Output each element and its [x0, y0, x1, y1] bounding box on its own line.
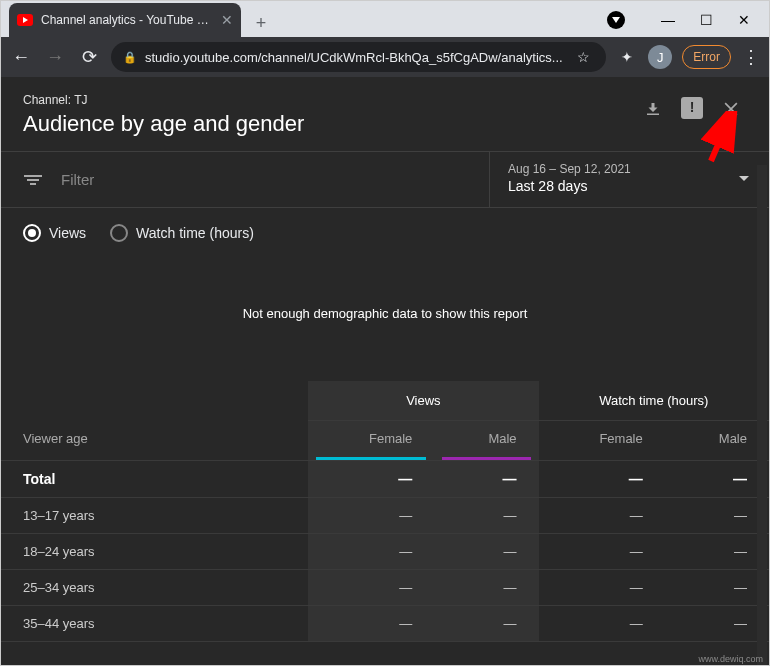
minimize-icon[interactable]: —	[661, 13, 675, 27]
col-views-female[interactable]: Female	[308, 421, 434, 461]
filter-row: Filter Aug 16 – Sep 12, 2021 Last 28 day…	[1, 152, 769, 208]
table-row: 35–44 years————	[1, 606, 769, 642]
col-viewer-age[interactable]: Viewer age	[1, 421, 308, 461]
radio-unchecked-icon	[110, 224, 128, 242]
back-icon[interactable]: ←	[9, 47, 33, 68]
browser-tab[interactable]: Channel analytics - YouTube Stud ✕	[9, 3, 241, 37]
total-label: Total	[1, 461, 308, 498]
table-row: 13–17 years————	[1, 498, 769, 534]
table-row: 25–34 years————	[1, 570, 769, 606]
window-controls: — ☐ ✕	[607, 3, 769, 37]
col-watch-female[interactable]: Female	[539, 421, 665, 461]
metric-selector: Views Watch time (hours)	[1, 208, 769, 242]
filter-input[interactable]: Filter	[1, 152, 489, 207]
metric-views-label: Views	[49, 225, 86, 241]
table-row: 18–24 years————	[1, 534, 769, 570]
col-watch-male[interactable]: Male	[665, 421, 769, 461]
scrollbar[interactable]	[757, 165, 767, 666]
error-badge[interactable]: Error	[682, 45, 731, 69]
watermark: www.dewiq.com	[698, 654, 763, 664]
metric-views-radio[interactable]: Views	[23, 224, 86, 242]
feedback-icon[interactable]	[681, 97, 703, 119]
filter-placeholder: Filter	[61, 171, 94, 188]
metric-watch-radio[interactable]: Watch time (hours)	[110, 224, 254, 242]
date-range-label: Last 28 days	[508, 178, 751, 194]
filter-icon	[23, 173, 43, 187]
views-group-header: Views	[308, 381, 538, 421]
bookmark-star-icon[interactable]: ☆	[572, 49, 594, 65]
watch-group-header: Watch time (hours)	[539, 381, 769, 421]
reload-icon[interactable]: ⟳	[77, 46, 101, 68]
close-panel-icon[interactable]	[715, 93, 747, 125]
col-views-male[interactable]: Male	[434, 421, 538, 461]
new-tab-button[interactable]: +	[247, 9, 275, 37]
browser-toolbar: ← → ⟳ 🔒 studio.youtube.com/channel/UCdkW…	[1, 37, 769, 77]
tab-strip: Channel analytics - YouTube Stud ✕ + — ☐…	[1, 1, 769, 37]
url-text: studio.youtube.com/channel/UCdkWmRcl-Bkh…	[145, 50, 564, 65]
radio-checked-icon	[23, 224, 41, 242]
tab-close-icon[interactable]: ✕	[221, 12, 233, 28]
metric-watch-label: Watch time (hours)	[136, 225, 254, 241]
lock-icon: 🔒	[123, 51, 137, 64]
download-icon[interactable]	[637, 93, 669, 125]
page-header: Channel: TJ Audience by age and gender	[1, 77, 769, 152]
maximize-icon[interactable]: ☐	[699, 13, 713, 27]
chevron-down-icon	[739, 176, 749, 181]
close-window-icon[interactable]: ✕	[737, 13, 751, 27]
table-row-total: Total — — — —	[1, 461, 769, 498]
address-bar[interactable]: 🔒 studio.youtube.com/channel/UCdkWmRcl-B…	[111, 42, 606, 72]
forward-icon[interactable]: →	[43, 47, 67, 68]
extensions-icon[interactable]: ✦	[616, 49, 638, 65]
shield-icon[interactable]	[607, 11, 625, 29]
browser-menu-icon[interactable]: ⋮	[741, 46, 761, 68]
youtube-favicon-icon	[17, 14, 33, 26]
date-range-text: Aug 16 – Sep 12, 2021	[508, 162, 751, 176]
no-data-message: Not enough demographic data to show this…	[1, 242, 769, 381]
channel-label: Channel: TJ	[23, 93, 625, 107]
page-title: Audience by age and gender	[23, 111, 625, 137]
date-range-picker[interactable]: Aug 16 – Sep 12, 2021 Last 28 days	[489, 152, 769, 207]
tab-title: Channel analytics - YouTube Stud	[41, 13, 215, 27]
profile-avatar[interactable]: J	[648, 45, 672, 69]
page-content: Channel: TJ Audience by age and gender F…	[1, 77, 769, 666]
demographics-table: Views Watch time (hours) Viewer age Fema…	[1, 381, 769, 642]
